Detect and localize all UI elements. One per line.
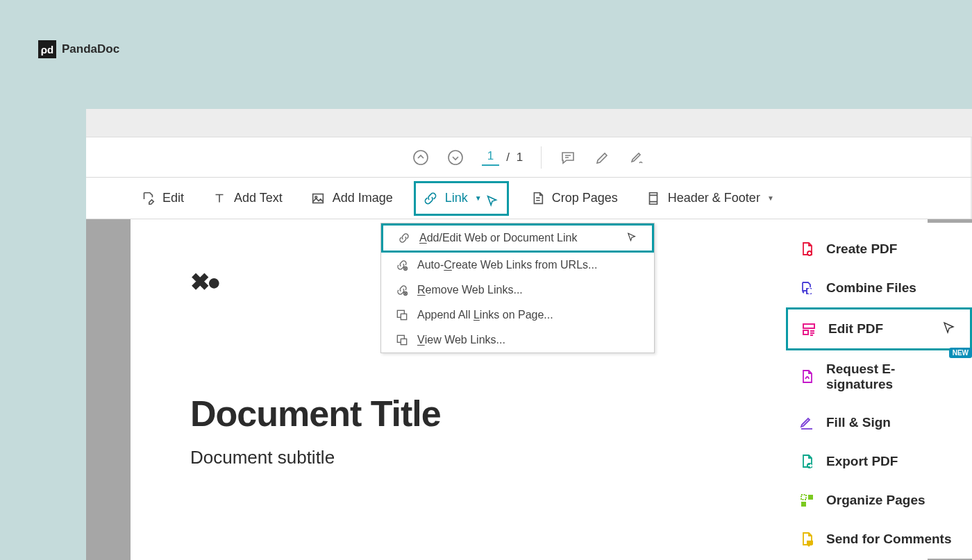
menu-item-label: Remove Web Links... <box>417 284 523 296</box>
sidebar-label: Export PDF <box>826 454 898 469</box>
menu-add-edit-link[interactable]: Add/Edit Web or Document Link <box>381 223 654 253</box>
sidebar-create-pdf[interactable]: Create PDF <box>786 230 972 269</box>
crop-pages-button[interactable]: Crop Pages <box>523 187 625 210</box>
sidebar-combine-files[interactable]: Combine Files <box>786 269 972 307</box>
menu-item-label: Auto-Create Web Links from URLs... <box>417 259 597 271</box>
page-up-icon[interactable] <box>412 149 429 166</box>
sidebar-label: Combine Files <box>826 280 916 296</box>
crop-icon <box>530 191 545 206</box>
sidebar-label: Request E-signatures <box>826 362 960 392</box>
sidebar-export-pdf[interactable]: Export PDF <box>786 442 972 481</box>
pandadoc-wordmark: PandaDoc <box>62 42 119 56</box>
menu-remove-links[interactable]: Remove Web Links... <box>381 278 654 303</box>
send-comments-icon <box>798 531 815 548</box>
edit-icon <box>140 191 156 206</box>
sidebar-label: Fill & Sign <box>826 415 891 430</box>
total-pages: 1 <box>517 151 523 164</box>
sidebar-label: Send for Comments <box>826 532 952 547</box>
sidebar-label: Edit PDF <box>828 321 883 337</box>
link-append-icon <box>395 308 409 322</box>
sidebar-label: Create PDF <box>826 241 897 257</box>
combine-files-icon <box>798 280 815 296</box>
comment-icon[interactable] <box>560 149 576 166</box>
svg-point-0 <box>414 151 428 164</box>
svg-rect-14 <box>801 495 806 500</box>
link-remove-icon <box>395 283 409 297</box>
page-nav-bar: 1 / 1 <box>86 137 972 178</box>
sign-icon[interactable] <box>629 149 646 166</box>
link-label: Link <box>445 191 468 205</box>
svg-rect-11 <box>803 324 814 328</box>
edit-pdf-icon <box>801 321 817 337</box>
create-pdf-icon <box>798 241 815 257</box>
link-icon <box>423 191 438 206</box>
page-indicator: 1 / 1 <box>482 149 523 166</box>
sidebar-label: Organize Pages <box>826 493 925 508</box>
fill-sign-icon <box>798 414 815 431</box>
sidebar-send-comments[interactable]: Send for Comments <box>786 520 972 559</box>
pandadoc-mark: ρd <box>38 40 56 58</box>
document-subtitle: Document subtitle <box>190 447 868 468</box>
document-title: Document Title <box>190 393 868 434</box>
header-footer-button[interactable]: Header & Footer ▼ <box>639 187 781 210</box>
nav-divider <box>541 146 542 169</box>
add-image-label: Add Image <box>333 191 393 205</box>
edit-toolbar: Edit Add Text Add Image Link ▼ Crop Page… <box>86 178 972 219</box>
svg-rect-2 <box>312 194 323 203</box>
svg-rect-16 <box>801 502 806 507</box>
edit-label: Edit <box>162 191 184 205</box>
link-button[interactable]: Link ▼ <box>414 181 509 216</box>
menu-item-label: Add/Edit Web or Document Link <box>419 232 577 244</box>
chevron-down-icon: ▼ <box>475 194 482 202</box>
crop-pages-label: Crop Pages <box>552 191 618 205</box>
svg-rect-15 <box>808 495 813 500</box>
organize-icon <box>798 492 815 509</box>
link-view-icon <box>395 333 409 347</box>
link-edit-icon <box>397 231 411 245</box>
sidebar-fill-sign[interactable]: Fill & Sign <box>786 403 972 442</box>
cursor-icon <box>485 194 500 210</box>
new-badge: NEW <box>949 348 972 358</box>
tools-sidebar: Create PDF Combine Files Edit PDF Reques… <box>786 223 972 559</box>
link-auto-icon <box>395 258 409 272</box>
sidebar-edit-pdf[interactable]: Edit PDF <box>786 307 972 350</box>
sidebar-organize-pages[interactable]: Organize Pages <box>786 481 972 520</box>
add-image-button[interactable]: Add Image <box>303 187 400 210</box>
page-down-icon[interactable] <box>447 149 464 166</box>
menu-item-label: Append All Links on Page... <box>417 309 553 321</box>
export-pdf-icon <box>798 453 815 470</box>
chevron-down-icon: ▼ <box>767 194 774 202</box>
svg-rect-12 <box>803 330 808 334</box>
cursor-icon <box>626 232 638 244</box>
cursor-icon <box>941 321 957 337</box>
pandadoc-logo: ρd PandaDoc <box>38 40 119 58</box>
menu-append-links[interactable]: Append All Links on Page... <box>381 303 654 328</box>
current-page-input[interactable]: 1 <box>482 149 499 166</box>
page-separator: / <box>506 151 510 164</box>
svg-rect-9 <box>401 339 406 344</box>
svg-rect-17 <box>807 541 813 545</box>
menu-item-label: View Web Links... <box>417 334 505 346</box>
app-window: 1 / 1 Edit Add Text Add Image Link ▼ <box>86 109 972 560</box>
svg-point-1 <box>449 151 462 164</box>
header-footer-icon <box>646 191 661 206</box>
add-text-label: Add Text <box>234 191 283 205</box>
edit-button[interactable]: Edit <box>133 187 191 210</box>
svg-rect-7 <box>401 314 406 319</box>
link-dropdown-menu: Add/Edit Web or Document Link Auto-Creat… <box>380 223 655 353</box>
image-icon <box>310 191 326 206</box>
window-titlebar <box>86 109 972 137</box>
text-icon <box>212 191 227 206</box>
menu-view-links[interactable]: View Web Links... <box>381 328 654 353</box>
menu-auto-create-links[interactable]: Auto-Create Web Links from URLs... <box>381 253 654 278</box>
add-text-button[interactable]: Add Text <box>205 187 290 210</box>
sidebar-request-esignatures[interactable]: Request E-signatures NEW <box>786 350 972 403</box>
header-footer-label: Header & Footer <box>668 191 760 205</box>
esign-icon <box>798 368 815 385</box>
highlight-icon[interactable] <box>594 149 611 166</box>
